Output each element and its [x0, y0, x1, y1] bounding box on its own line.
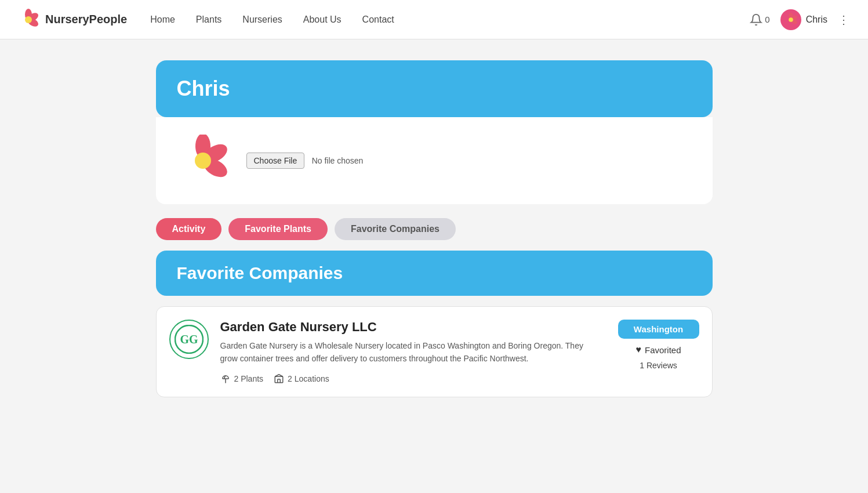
profile-avatar — [177, 135, 229, 187]
nursery-logo-icon: GG — [175, 325, 204, 354]
svg-point-7 — [789, 17, 793, 22]
more-menu-button[interactable]: ⋮ — [838, 13, 851, 27]
nursery-side: Washington ♥ Favorited 1 Reviews — [618, 320, 699, 384]
notifications[interactable]: 0 — [750, 13, 769, 26]
file-input-area: Choose File No file chosen — [246, 153, 364, 169]
user-menu[interactable]: Chris — [780, 9, 827, 30]
nursery-meta: 2 Plants 2 Locations — [220, 374, 606, 384]
user-name: Chris — [806, 14, 827, 25]
logo-text: NurseryPeople — [45, 13, 127, 26]
profile-tabs: Activity Favorite Plants Favorite Compan… — [156, 218, 713, 240]
nursery-info: Garden Gate Nursery LLC Garden Gate Nurs… — [220, 320, 606, 384]
reviews-count: 1 Reviews — [640, 361, 677, 370]
locations-count: 2 Locations — [288, 374, 329, 383]
nav-right: 0 Chris ⋮ — [750, 9, 851, 30]
nav-plants[interactable]: Plants — [196, 14, 221, 25]
section-title: Favorite Companies — [177, 263, 692, 283]
nav-links: Home Plants Nurseries About Us Contact — [150, 14, 750, 25]
nursery-plants: 2 Plants — [220, 374, 264, 384]
user-avatar — [780, 9, 801, 30]
tab-activity[interactable]: Activity — [156, 218, 222, 240]
nav-nurseries[interactable]: Nurseries — [242, 14, 282, 25]
locations-icon — [274, 374, 284, 384]
profile-header: Chris — [156, 60, 713, 117]
tab-favorite-plants[interactable]: Favorite Plants — [228, 218, 328, 240]
navigation: NurseryPeople Home Plants Nurseries Abou… — [0, 0, 868, 39]
section-header: Favorite Companies — [156, 251, 713, 296]
nav-contact[interactable]: Contact — [362, 14, 394, 25]
svg-point-3 — [25, 16, 32, 23]
nursery-card[interactable]: GG Garden Gate Nursery LLC Garden Gate N… — [156, 306, 713, 397]
profile-name: Chris — [177, 77, 692, 101]
nav-home[interactable]: Home — [150, 14, 175, 25]
svg-point-11 — [195, 153, 211, 169]
avatar-flower-icon — [784, 13, 798, 27]
notification-count: 0 — [765, 14, 769, 24]
favorited-label: ♥ Favorited — [635, 345, 681, 355]
choose-file-button[interactable]: Choose File — [246, 153, 305, 169]
logo-icon — [17, 9, 39, 31]
plants-count: 2 Plants — [234, 374, 264, 383]
location-badge: Washington — [618, 320, 699, 339]
nursery-logo: GG — [169, 320, 209, 359]
heart-icon: ♥ — [635, 345, 641, 355]
logo-link[interactable]: NurseryPeople — [17, 9, 127, 31]
plant-icon — [220, 374, 231, 384]
nav-about[interactable]: About Us — [303, 14, 342, 25]
bell-icon — [750, 13, 762, 26]
svg-text:GG: GG — [180, 333, 198, 346]
nursery-name[interactable]: Garden Gate Nursery LLC — [220, 320, 606, 335]
main-content: Chris Choose File No file chosen Activit… — [144, 60, 724, 397]
tab-favorite-companies[interactable]: Favorite Companies — [335, 218, 456, 240]
profile-card: Choose File No file chosen — [156, 117, 713, 204]
nursery-locations: 2 Locations — [274, 374, 329, 384]
file-no-chosen-text: No file chosen — [312, 156, 364, 165]
nursery-description: Garden Gate Nursery is a Wholesale Nurse… — [220, 339, 603, 365]
